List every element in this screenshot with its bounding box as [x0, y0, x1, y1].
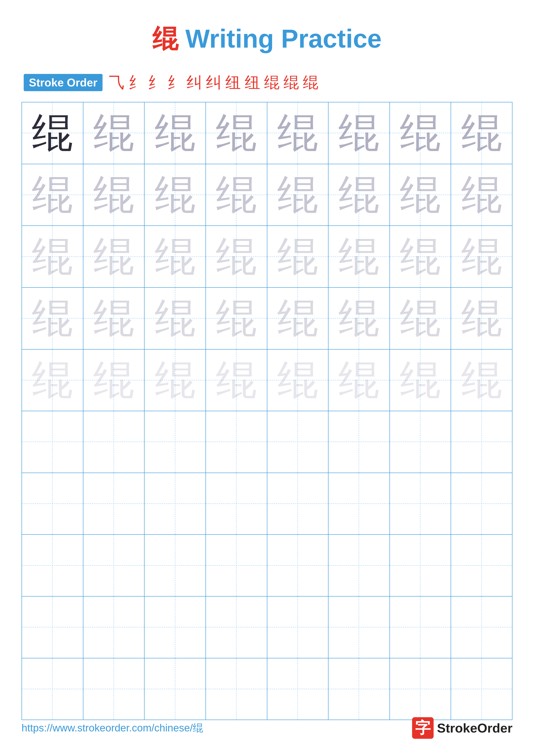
- cell-6-5[interactable]: [267, 411, 329, 472]
- cell-8-7[interactable]: [390, 535, 451, 596]
- cell-2-8[interactable]: 绲: [451, 164, 512, 226]
- char-light: 绲: [461, 360, 502, 401]
- cell-2-7[interactable]: 绲: [390, 164, 451, 226]
- cell-2-6[interactable]: 绲: [328, 164, 390, 226]
- cell-1-3[interactable]: 绲: [144, 102, 206, 164]
- cell-4-7[interactable]: 绲: [390, 288, 451, 349]
- cell-8-5[interactable]: [267, 535, 329, 596]
- cell-2-4[interactable]: 绲: [206, 164, 267, 226]
- cell-7-6[interactable]: [328, 473, 390, 534]
- cell-4-2[interactable]: 绲: [83, 288, 145, 349]
- cell-5-2[interactable]: 绲: [83, 350, 145, 411]
- cell-2-3[interactable]: 绲: [144, 164, 206, 226]
- cell-3-4[interactable]: 绲: [206, 226, 267, 287]
- cell-1-7[interactable]: 绲: [390, 102, 451, 164]
- cell-3-2[interactable]: 绲: [83, 226, 145, 287]
- char-light: 绲: [155, 113, 195, 153]
- cell-2-2[interactable]: 绲: [83, 164, 145, 226]
- char-light: 绲: [155, 174, 195, 215]
- cell-10-3[interactable]: [144, 659, 206, 720]
- cell-9-3[interactable]: [144, 597, 206, 658]
- cell-10-8[interactable]: [451, 659, 512, 720]
- stroke-5: 纠: [187, 75, 202, 90]
- stroke-order-row: Stroke Order ⺄ 纟 纟 纟 纠 纠 纽 纽 绲 绲 绲: [21, 74, 513, 91]
- cell-10-4[interactable]: [206, 659, 267, 720]
- cell-1-6[interactable]: 绲: [328, 102, 390, 164]
- cell-8-1[interactable]: [22, 535, 83, 596]
- cell-7-4[interactable]: [206, 473, 267, 534]
- cell-9-2[interactable]: [83, 597, 145, 658]
- cell-4-1[interactable]: 绲: [22, 288, 83, 349]
- char-light: 绲: [339, 298, 379, 339]
- cell-9-6[interactable]: [328, 597, 390, 658]
- cell-6-1[interactable]: [22, 411, 83, 472]
- char-light: 绲: [277, 174, 318, 215]
- cell-5-5[interactable]: 绲: [267, 350, 329, 411]
- cell-4-3[interactable]: 绲: [144, 288, 206, 349]
- cell-6-7[interactable]: [390, 411, 451, 472]
- cell-10-2[interactable]: [83, 659, 145, 720]
- cell-10-1[interactable]: [22, 659, 83, 720]
- cell-3-1[interactable]: 绲: [22, 226, 83, 287]
- cell-10-5[interactable]: [267, 659, 329, 720]
- cell-8-8[interactable]: [451, 535, 512, 596]
- grid-row-8: [22, 535, 512, 597]
- cell-3-3[interactable]: 绲: [144, 226, 206, 287]
- cell-6-2[interactable]: [83, 411, 145, 472]
- cell-7-7[interactable]: [390, 473, 451, 534]
- cell-7-2[interactable]: [83, 473, 145, 534]
- char-light: 绲: [400, 360, 441, 401]
- cell-6-8[interactable]: [451, 411, 512, 472]
- cell-6-6[interactable]: [328, 411, 390, 472]
- cell-3-8[interactable]: 绲: [451, 226, 512, 287]
- cell-5-1[interactable]: 绲: [22, 350, 83, 411]
- char-light: 绲: [339, 360, 379, 401]
- cell-7-3[interactable]: [144, 473, 206, 534]
- cell-9-8[interactable]: [451, 597, 512, 658]
- char-light: 绲: [32, 360, 73, 401]
- cell-5-3[interactable]: 绲: [144, 350, 206, 411]
- cell-2-1[interactable]: 绲: [22, 164, 83, 226]
- footer-url[interactable]: https://www.strokeorder.com/chinese/绲: [21, 721, 203, 735]
- cell-5-4[interactable]: 绲: [206, 350, 267, 411]
- cell-2-5[interactable]: 绲: [267, 164, 329, 226]
- char-dark: 绲: [32, 113, 73, 153]
- cell-5-7[interactable]: 绲: [390, 350, 451, 411]
- cell-4-6[interactable]: 绲: [328, 288, 390, 349]
- char-light: 绲: [461, 236, 502, 277]
- char-light: 绲: [93, 113, 134, 153]
- cell-10-7[interactable]: [390, 659, 451, 720]
- cell-4-8[interactable]: 绲: [451, 288, 512, 349]
- cell-1-4[interactable]: 绲: [206, 102, 267, 164]
- cell-1-5[interactable]: 绲: [267, 102, 329, 164]
- cell-9-5[interactable]: [267, 597, 329, 658]
- cell-7-8[interactable]: [451, 473, 512, 534]
- char-light: 绲: [93, 174, 134, 215]
- cell-3-5[interactable]: 绲: [267, 226, 329, 287]
- cell-5-6[interactable]: 绲: [328, 350, 390, 411]
- char-light: 绲: [216, 174, 257, 215]
- cell-6-3[interactable]: [144, 411, 206, 472]
- cell-7-1[interactable]: [22, 473, 83, 534]
- logo-icon: 字: [412, 717, 434, 739]
- cell-4-4[interactable]: 绲: [206, 288, 267, 349]
- cell-8-2[interactable]: [83, 535, 145, 596]
- cell-3-7[interactable]: 绲: [390, 226, 451, 287]
- cell-8-6[interactable]: [328, 535, 390, 596]
- cell-1-2[interactable]: 绲: [83, 102, 145, 164]
- cell-10-6[interactable]: [328, 659, 390, 720]
- grid-row-9: [22, 597, 512, 659]
- cell-7-5[interactable]: [267, 473, 329, 534]
- cell-1-1[interactable]: 绲: [22, 102, 83, 164]
- cell-6-4[interactable]: [206, 411, 267, 472]
- cell-9-1[interactable]: [22, 597, 83, 658]
- cell-9-4[interactable]: [206, 597, 267, 658]
- cell-1-8[interactable]: 绲: [451, 102, 512, 164]
- char-light: 绲: [339, 236, 379, 277]
- cell-5-8[interactable]: 绲: [451, 350, 512, 411]
- cell-8-3[interactable]: [144, 535, 206, 596]
- cell-4-5[interactable]: 绲: [267, 288, 329, 349]
- cell-3-6[interactable]: 绲: [328, 226, 390, 287]
- cell-9-7[interactable]: [390, 597, 451, 658]
- cell-8-4[interactable]: [206, 535, 267, 596]
